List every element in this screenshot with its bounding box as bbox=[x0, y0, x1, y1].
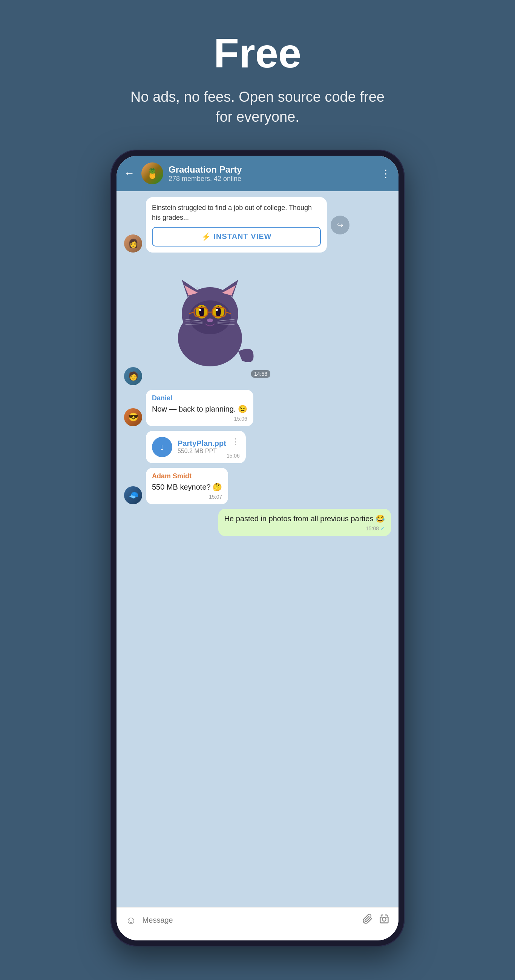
chat-body: 👩 Einstein struggled to find a job out o… bbox=[116, 191, 399, 907]
phone-bottom-spacer bbox=[116, 933, 399, 940]
phone-screen: ← 🍍 Graduation Party 278 members, 42 onl… bbox=[116, 156, 399, 940]
phone-wrapper: ← 🍍 Graduation Party 278 members, 42 onl… bbox=[110, 150, 405, 947]
adam-sender: Adam Smidt bbox=[152, 472, 222, 480]
file-size: 550.2 MB PPT bbox=[178, 448, 226, 455]
members-info: 278 members, 42 online bbox=[169, 175, 375, 183]
hero-section: Free No ads, no fees. Open source code f… bbox=[118, 0, 397, 150]
hero-title: Free bbox=[126, 30, 389, 76]
adam-bubble: Adam Smidt 550 MB keynote? 🤔 15:07 bbox=[146, 468, 228, 504]
group-avatar-emoji: 🍍 bbox=[146, 168, 158, 180]
svg-line-20 bbox=[185, 322, 202, 322]
avatar-emoji-guy1: 🧑 bbox=[124, 367, 142, 385]
download-icon: ↓ bbox=[160, 442, 164, 452]
daniel-bubble: Daniel Now — back to planning. 😉 15:06 bbox=[146, 390, 254, 426]
instant-view-button[interactable]: ⚡ INSTANT VIEW bbox=[152, 227, 321, 247]
svg-point-11 bbox=[199, 309, 201, 311]
svg-point-25 bbox=[382, 918, 386, 921]
daniel-sender: Daniel bbox=[152, 394, 247, 402]
message-input[interactable] bbox=[142, 916, 356, 924]
camera-icon[interactable] bbox=[379, 914, 389, 927]
article-with-share: Einstein struggled to find a job out of … bbox=[146, 197, 349, 252]
input-bar: ☺ bbox=[116, 907, 399, 933]
sticker-message-row: 🧑 l = πr A = _ V = l² θ h P = 2πr s A = … bbox=[124, 257, 391, 385]
daniel-time: 15:06 bbox=[152, 416, 247, 422]
file-info: PartyPlan.ppt 550.2 MB PPT bbox=[178, 439, 226, 455]
outgoing-bubble: He pasted in photos from all previous pa… bbox=[218, 509, 391, 536]
article-message-row: 👩 Einstein struggled to find a job out o… bbox=[124, 197, 391, 252]
article-bubble: Einstein struggled to find a job out of … bbox=[146, 197, 327, 252]
instant-view-label: INSTANT VIEW bbox=[214, 232, 272, 241]
file-bubble: ↓ PartyPlan.ppt 550.2 MB PPT ⋮ 15:06 bbox=[146, 431, 246, 463]
outgoing-text: He pasted in photos from all previous pa… bbox=[224, 513, 385, 524]
avatar-emoji-guy2: 😎 bbox=[124, 408, 142, 426]
cat-sticker-svg bbox=[165, 268, 255, 366]
avatar-guy1: 🧑 bbox=[124, 367, 142, 385]
attach-icon[interactable] bbox=[362, 914, 373, 927]
sticker-time: 14:58 bbox=[251, 370, 270, 378]
adam-time: 15:07 bbox=[152, 494, 222, 500]
header-menu-button[interactable]: ⋮ bbox=[380, 167, 391, 180]
header-info: Graduation Party 278 members, 42 online bbox=[169, 164, 375, 183]
group-name: Graduation Party bbox=[169, 164, 375, 175]
avatar-guy3: 🧢 bbox=[124, 486, 142, 504]
outgoing-time: 15:08 bbox=[224, 525, 385, 531]
sticker-area: l = πr A = _ V = l² θ h P = 2πr s A = πr… bbox=[146, 261, 274, 382]
svg-line-23 bbox=[218, 322, 234, 322]
group-avatar: 🍍 bbox=[141, 162, 163, 184]
download-button[interactable]: ↓ bbox=[152, 437, 172, 457]
svg-point-6 bbox=[189, 301, 231, 334]
back-button[interactable]: ← bbox=[124, 167, 135, 180]
file-message-row: ↓ PartyPlan.ppt 550.2 MB PPT ⋮ 15:06 bbox=[124, 431, 391, 463]
hero-subtitle: No ads, no fees. Open source code free f… bbox=[126, 87, 389, 127]
avatar-emoji: 👩 bbox=[124, 234, 142, 253]
avatar-emoji-guy3: 🧢 bbox=[124, 486, 142, 504]
file-menu-button[interactable]: ⋮ bbox=[231, 437, 240, 447]
outgoing-message-row: He pasted in photos from all previous pa… bbox=[124, 509, 391, 536]
avatar-girl: 👩 bbox=[124, 234, 142, 253]
emoji-icon[interactable]: ☺ bbox=[126, 915, 137, 926]
avatar-guy2: 😎 bbox=[124, 408, 142, 426]
daniel-text: Now — back to planning. 😉 bbox=[152, 404, 247, 414]
file-time: 15:06 bbox=[226, 453, 240, 459]
sticker-container: l = πr A = _ V = l² θ h P = 2πr s A = πr… bbox=[146, 261, 274, 382]
svg-point-18 bbox=[207, 318, 213, 322]
bolt-icon: ⚡ bbox=[201, 232, 211, 241]
share-button[interactable]: ↪ bbox=[331, 216, 349, 234]
adam-message-row: 🧢 Adam Smidt 550 MB keynote? 🤔 15:07 bbox=[124, 468, 391, 504]
daniel-message-row: 😎 Daniel Now — back to planning. 😉 15:06 bbox=[124, 390, 391, 426]
phone-outer: ← 🍍 Graduation Party 278 members, 42 onl… bbox=[110, 150, 405, 947]
adam-text: 550 MB keynote? 🤔 bbox=[152, 482, 222, 492]
chat-header: ← 🍍 Graduation Party 278 members, 42 onl… bbox=[116, 156, 399, 191]
svg-point-12 bbox=[216, 309, 218, 311]
article-text: Einstein struggled to find a job out of … bbox=[152, 203, 321, 222]
file-name: PartyPlan.ppt bbox=[178, 439, 226, 448]
